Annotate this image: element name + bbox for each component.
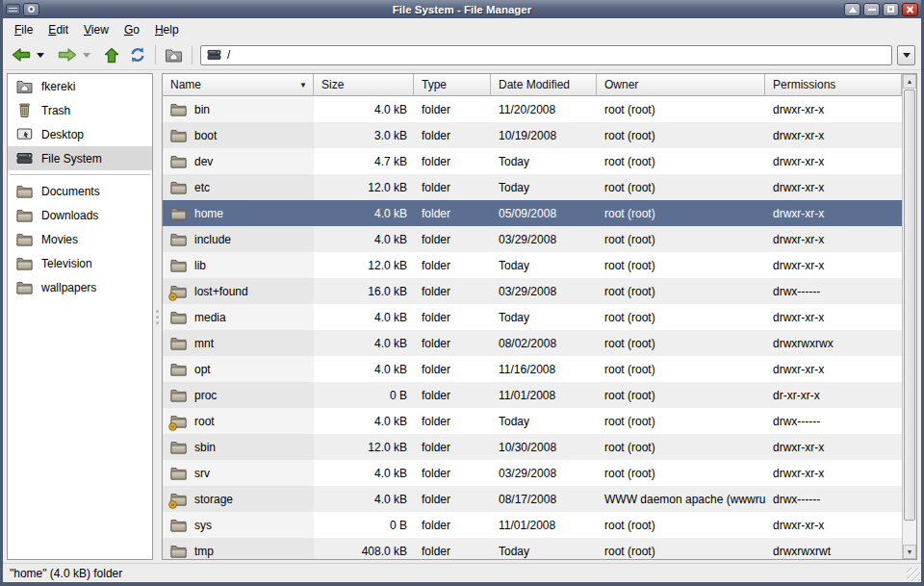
file-owner: root (root)	[597, 512, 765, 538]
sidebar-item[interactable]: wallpapers	[8, 275, 152, 299]
sticky-icon[interactable]	[6, 4, 20, 14]
file-permissions: dr-xr-xr-x	[765, 382, 902, 408]
file-row[interactable]: etc 12.0 kB folder Today root (root) drw…	[163, 174, 902, 200]
back-button[interactable]	[9, 42, 34, 67]
maximize-button[interactable]	[883, 3, 899, 16]
file-name: media	[194, 311, 226, 324]
file-size: 4.0 kB	[314, 460, 414, 486]
shade-button[interactable]	[844, 3, 860, 16]
column-header[interactable]: Owner	[597, 74, 765, 96]
sidebar-item-icon	[16, 126, 33, 142]
forward-history-button[interactable]	[80, 42, 93, 67]
file-name: sys	[194, 519, 212, 532]
up-button[interactable]	[101, 42, 122, 67]
file-name: root	[194, 415, 215, 428]
file-row[interactable]: sys 0 B folder 11/01/2008 root (root) dr…	[163, 512, 902, 538]
column-header[interactable]: Date Modified	[491, 74, 597, 96]
sidebar-item[interactable]: Trash	[8, 98, 152, 122]
file-row[interactable]: opt 4.0 kB folder 11/16/2008 root (root)…	[163, 356, 902, 382]
pane-splitter[interactable]	[153, 73, 162, 560]
file-size: 4.0 kB	[314, 200, 414, 226]
column-headers: Name ▼ Size Type	[163, 74, 902, 96]
scroll-down-button[interactable]: ▼	[903, 545, 916, 559]
scrollbar-track[interactable]	[903, 89, 916, 545]
refresh-button[interactable]	[126, 42, 149, 67]
file-type: folder	[414, 382, 491, 408]
file-row[interactable]: srv 4.0 kB folder 03/29/2008 root (root)…	[163, 460, 902, 486]
file-owner: root (root)	[597, 304, 765, 330]
sidebar-item[interactable]: File System	[8, 146, 152, 170]
vertical-scrollbar[interactable]: ▲ ▼	[902, 74, 916, 559]
sidebar-item[interactable]: fkereki	[8, 74, 152, 98]
minimize-icon	[868, 9, 876, 11]
sidebar-item[interactable]: Television	[8, 251, 152, 275]
file-permissions: drwxr-xr-x	[765, 122, 902, 148]
file-row[interactable]: home 4.0 kB folder 05/09/2008 root (root…	[163, 200, 902, 226]
file-row[interactable]: sbin 12.0 kB folder 10/30/2008 root (roo…	[163, 434, 902, 460]
sidebar-item-label: fkereki	[41, 80, 75, 93]
sidebar-item-label: Downloads	[41, 209, 98, 222]
minimize-button[interactable]	[863, 3, 880, 16]
file-owner: root (root)	[597, 148, 765, 174]
restricted-emblem-icon	[168, 293, 177, 301]
file-row[interactable]: lost+found 16.0 kB folder 03/29/2008 roo…	[163, 278, 902, 304]
file-type: folder	[414, 460, 491, 486]
menu-item[interactable]: View	[76, 21, 116, 38]
file-row[interactable]: storage 4.0 kB folder 08/17/2008 WWW dae…	[163, 486, 902, 512]
folder-icon	[16, 183, 33, 199]
app-icon[interactable]	[23, 3, 39, 16]
scroll-up-button[interactable]: ▲	[903, 74, 916, 89]
file-permissions: drwxr-xr-x	[765, 460, 902, 486]
file-owner: root (root)	[597, 96, 765, 122]
file-row[interactable]: media 4.0 kB folder Today root (root) dr…	[163, 304, 902, 330]
sidebar-item[interactable]: Downloads	[8, 203, 152, 227]
shade-icon	[849, 7, 857, 13]
column-header[interactable]: Type	[414, 74, 491, 96]
sidebar-item[interactable]	[8, 170, 152, 179]
path-input[interactable]: /	[200, 45, 892, 65]
column-header[interactable]: Permissions	[765, 74, 902, 96]
path-dropdown-button[interactable]	[897, 45, 915, 65]
folder-icon	[170, 284, 188, 299]
menu-item[interactable]: Go	[116, 21, 147, 38]
file-name: tmp	[194, 545, 214, 558]
menu-item[interactable]: Help	[147, 21, 187, 38]
sidebar-item-label: File System	[41, 152, 102, 166]
file-row[interactable]: lib 12.0 kB folder Today root (root) drw…	[163, 252, 902, 278]
file-owner: WWW daemon apache (wwwrun)	[597, 486, 765, 512]
file-name: sbin	[194, 441, 216, 454]
sidebar-item[interactable]: Movies	[8, 227, 152, 251]
forward-button[interactable]	[55, 42, 80, 67]
resize-grip[interactable]	[907, 568, 920, 581]
folder-icon	[170, 466, 188, 481]
column-header[interactable]: Size	[314, 74, 414, 96]
menu-item[interactable]: Edit	[40, 21, 76, 38]
file-row[interactable]: mnt 4.0 kB folder 08/02/2008 root (root)…	[163, 330, 902, 356]
file-owner: root (root)	[597, 174, 765, 200]
file-row[interactable]: proc 0 B folder 11/01/2008 root (root) d…	[163, 382, 902, 408]
sidebar-item[interactable]: Desktop	[8, 122, 152, 146]
column-header[interactable]: Name ▼	[163, 74, 314, 96]
menu-item[interactable]: File	[7, 21, 40, 38]
file-row[interactable]: tmp 408.0 kB folder Today root (root) dr…	[163, 538, 902, 559]
scrollbar-thumb[interactable]	[904, 89, 915, 521]
sidebar-item-label: Documents	[41, 185, 100, 198]
file-date: 08/17/2008	[491, 486, 597, 512]
file-size: 0 B	[314, 512, 414, 538]
file-date: 11/01/2008	[491, 382, 597, 408]
back-history-button[interactable]	[34, 42, 47, 67]
file-row[interactable]: include 4.0 kB folder 03/29/2008 root (r…	[163, 226, 902, 252]
file-row[interactable]: bin 4.0 kB folder 11/20/2008 root (root)…	[163, 96, 902, 122]
file-manager-window: File System - File Manager File Edit Vie…	[0, 0, 924, 586]
home-button[interactable]	[162, 42, 186, 67]
file-owner: root (root)	[597, 278, 765, 304]
sidebar-item[interactable]: Documents	[8, 179, 152, 203]
folder-icon	[170, 518, 188, 533]
close-button[interactable]	[902, 3, 918, 16]
up-arrow-icon	[104, 47, 119, 64]
file-row[interactable]: boot 3.0 kB folder 10/19/2008 root (root…	[163, 122, 902, 148]
file-permissions: drwx------	[765, 278, 902, 304]
file-row[interactable]: dev 4.7 kB folder Today root (root) drwx…	[163, 148, 902, 174]
toolbar-separator	[155, 45, 156, 64]
file-row[interactable]: root 4.0 kB folder Today root (root) drw…	[163, 408, 902, 434]
